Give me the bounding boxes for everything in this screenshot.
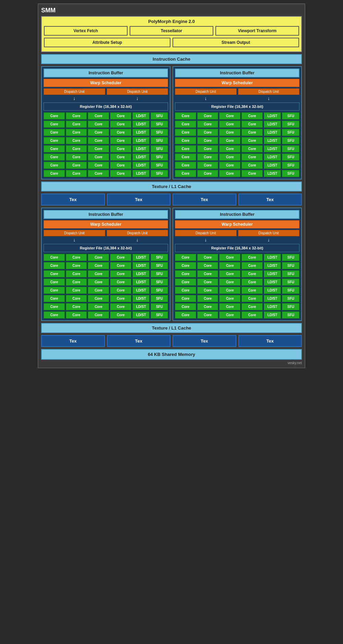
warp-scheduler-1: Warp Scheduler bbox=[44, 79, 168, 87]
sfu-cell: SFU bbox=[151, 254, 168, 261]
instruction-cache-top: Instruction Cache bbox=[41, 54, 302, 64]
core-cell: Core bbox=[175, 262, 196, 269]
core-cell: Core bbox=[110, 270, 131, 277]
core-cell: Core bbox=[219, 295, 240, 302]
core-cell: Core bbox=[219, 129, 240, 136]
core-cell: Core bbox=[219, 262, 240, 269]
viewport-transform: Viewport Transform bbox=[215, 26, 299, 36]
ldst-cell: LD/ST bbox=[264, 295, 281, 302]
core-row-4-6: Core Core Core Core LD/ST SFU bbox=[175, 295, 299, 302]
core-cell: Core bbox=[241, 262, 263, 269]
core-cell: Core bbox=[88, 311, 109, 319]
sfu-cell: SFU bbox=[151, 287, 168, 294]
core-cell: Core bbox=[44, 153, 65, 161]
core-cell: Core bbox=[66, 112, 87, 120]
sfu-cell: SFU bbox=[282, 129, 299, 136]
sfu-cell: SFU bbox=[151, 162, 168, 169]
core-cell: Core bbox=[197, 145, 218, 152]
core-cell: Core bbox=[175, 145, 196, 152]
sfu-cell: SFU bbox=[282, 121, 299, 128]
core-cell: Core bbox=[88, 287, 109, 294]
core-cell: Core bbox=[110, 262, 131, 269]
core-grid-4: Core Core Core Core LD/ST SFU Core Core … bbox=[175, 254, 299, 319]
polymorph-engine: PolyMorph Engine 2.0 Vertex Fetch Tessel… bbox=[41, 16, 302, 52]
core-cell: Core bbox=[66, 262, 87, 269]
core-cell: Core bbox=[88, 295, 109, 302]
core-row-4-8: Core Core Core Core LD/ST SFU bbox=[175, 311, 299, 319]
core-cell: Core bbox=[241, 112, 263, 120]
sfu-cell: SFU bbox=[151, 311, 168, 319]
ldst-cell: LD/ST bbox=[264, 303, 281, 310]
core-cell: Core bbox=[44, 112, 65, 120]
core-row-3-7: Core Core Core Core LD/ST SFU bbox=[44, 303, 168, 310]
core-cell: Core bbox=[110, 129, 131, 136]
core-cell: Core bbox=[175, 121, 196, 128]
sfu-cell: SFU bbox=[151, 153, 168, 161]
core-cell: Core bbox=[44, 129, 65, 136]
ldst-cell: LD/ST bbox=[132, 303, 150, 310]
sfu-cell: SFU bbox=[151, 270, 168, 277]
core-cell: Core bbox=[110, 162, 131, 169]
core-cell: Core bbox=[219, 112, 240, 120]
sfu-cell: SFU bbox=[282, 295, 299, 302]
instruction-buffer-1: Instruction Buffer bbox=[44, 69, 168, 77]
core-cell: Core bbox=[88, 121, 109, 128]
core-cell: Core bbox=[44, 145, 65, 152]
core-cell: Core bbox=[175, 303, 196, 310]
core-cell: Core bbox=[110, 278, 131, 286]
core-cell: Core bbox=[219, 121, 240, 128]
ldst-cell: LD/ST bbox=[264, 287, 281, 294]
core-cell: Core bbox=[241, 254, 263, 261]
dispatch-unit-4a: Dispatch Unit bbox=[175, 230, 237, 236]
core-cell: Core bbox=[110, 137, 131, 144]
core-cell: Core bbox=[175, 311, 196, 319]
core-cell: Core bbox=[241, 311, 263, 319]
sfu-cell: SFU bbox=[282, 145, 299, 152]
sfu-cell: SFU bbox=[282, 278, 299, 286]
core-cell: Core bbox=[219, 278, 240, 286]
instruction-buffer-4: Instruction Buffer bbox=[175, 210, 299, 219]
core-cell: Core bbox=[197, 153, 218, 161]
core-cell: Core bbox=[88, 254, 109, 261]
sfu-cell: SFU bbox=[151, 295, 168, 302]
core-cell: Core bbox=[66, 129, 87, 136]
core-row-1-5: Core Core Core Core LD/ST SFU bbox=[44, 145, 168, 152]
ldst-cell: LD/ST bbox=[132, 278, 150, 286]
sfu-cell: SFU bbox=[151, 303, 168, 310]
core-cell: Core bbox=[197, 129, 218, 136]
core-cell: Core bbox=[66, 295, 87, 302]
sfu-cell: SFU bbox=[282, 137, 299, 144]
core-cell: Core bbox=[44, 287, 65, 294]
ldst-cell: LD/ST bbox=[132, 112, 150, 120]
watermark: vesky.net bbox=[41, 361, 302, 365]
core-cell: Core bbox=[88, 262, 109, 269]
ldst-cell: LD/ST bbox=[132, 311, 150, 319]
core-cell: Core bbox=[88, 153, 109, 161]
core-cell: Core bbox=[44, 170, 65, 177]
register-file-1: Register File (16,384 x 32-bit) bbox=[44, 102, 168, 111]
core-row-2-1: Core Core Core Core LD/ST SFU bbox=[175, 112, 299, 120]
core-row-3-6: Core Core Core Core LD/ST SFU bbox=[44, 295, 168, 302]
core-cell: Core bbox=[197, 262, 218, 269]
tex-block-2: Tex bbox=[107, 194, 171, 206]
core-cell: Core bbox=[197, 170, 218, 177]
sfu-cell: SFU bbox=[282, 303, 299, 310]
core-cell: Core bbox=[175, 278, 196, 286]
core-cell: Core bbox=[219, 270, 240, 277]
sm-block-1: Instruction Buffer Warp Scheduler Dispat… bbox=[41, 66, 170, 179]
core-cell: Core bbox=[197, 278, 218, 286]
sm-section-bottom: Instruction Buffer Warp Scheduler Dispat… bbox=[41, 208, 302, 321]
ldst-cell: LD/ST bbox=[132, 262, 150, 269]
attribute-setup: Attribute Setup bbox=[44, 38, 170, 47]
core-cell: Core bbox=[66, 311, 87, 319]
dispatch-unit-3b: Dispatch Unit bbox=[107, 230, 168, 236]
core-cell: Core bbox=[175, 153, 196, 161]
dispatch-unit-3a: Dispatch Unit bbox=[44, 230, 105, 236]
dispatch-unit-4b: Dispatch Unit bbox=[238, 230, 300, 236]
core-cell: Core bbox=[219, 254, 240, 261]
core-cell: Core bbox=[241, 295, 263, 302]
polymorph-row2: Attribute Setup Stream Output bbox=[44, 38, 299, 47]
core-grid-2: Core Core Core Core LD/ST SFU Core Core … bbox=[175, 112, 299, 177]
arrow-4b: ↓ bbox=[238, 237, 300, 243]
ldst-cell: LD/ST bbox=[264, 311, 281, 319]
